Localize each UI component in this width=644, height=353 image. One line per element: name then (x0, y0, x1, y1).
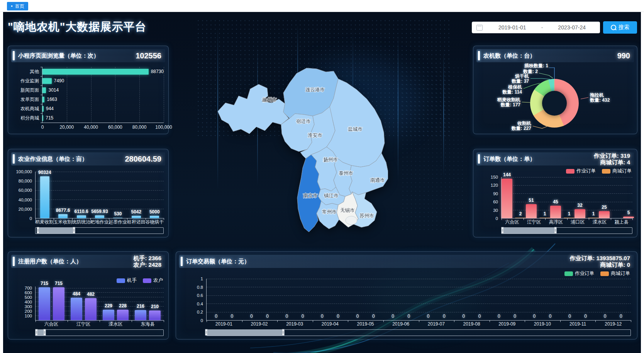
axis-tick-label: 0 (41, 124, 44, 130)
bar-商城订单 (539, 218, 550, 218)
bar-wrap: 25 (599, 177, 610, 218)
axis-tick (632, 218, 633, 220)
orders-stat-mall: 商城订单: 4 (594, 159, 630, 165)
bar-作业订单 (502, 179, 512, 218)
axis-tick-label: 0.4 (197, 302, 203, 306)
data-zoom-handle-right[interactable] (282, 329, 285, 336)
data-zoom-slider[interactable] (35, 227, 164, 234)
value-label: 0 (568, 314, 571, 319)
value-label: 51 (529, 198, 534, 203)
y-axis-labels: 700600500400300200100 (14, 286, 35, 321)
value-label: 0 (231, 314, 234, 319)
data-zoom-handle-left[interactable] (37, 227, 39, 234)
bar-wrap: 482 (85, 286, 97, 320)
month-cell-2019-08: 00 (454, 279, 490, 320)
data-zoom-selected-range[interactable] (207, 330, 283, 336)
bar-wrap: 45 (550, 177, 561, 218)
category-label: 江宁区 (67, 321, 99, 327)
plot-area: 000000000000000000000000 (206, 279, 631, 321)
legend-item-作业订单[interactable]: 作业订单 (566, 168, 596, 174)
bar-column: 8677.6 (54, 172, 72, 218)
bar-group-颍上县: 5 (623, 177, 641, 218)
panel-orders: 订单数（单位：单） 作业订单: 319 商城订单: 4 作业订单商城订单 150… (473, 149, 637, 237)
data-zoom-handle-left[interactable] (35, 329, 38, 336)
data-zoom-handle-right[interactable] (43, 329, 46, 336)
date-start-input[interactable]: 2019-01-01 (484, 24, 541, 31)
axis-tick (146, 218, 146, 220)
axis-tick-label: 60,000 (108, 124, 122, 130)
plot-area: 903248677.66110.65659.9353050425000 (35, 172, 164, 218)
connector-line (522, 102, 530, 102)
bar-wrap: 1 (539, 177, 550, 218)
title-accent-bar (181, 257, 183, 266)
data-zoom-handle-right[interactable] (554, 227, 557, 234)
legend-item-机手[interactable]: 机手 (117, 277, 137, 284)
bar-作业订单 (526, 204, 537, 218)
map-region-徐州市[interactable] (218, 84, 289, 134)
legend-item-商城订单[interactable]: 商城订单 (602, 168, 632, 174)
users-chart: 7006005004003002001007157154844822292282… (14, 286, 164, 336)
data-zoom-selected-range[interactable] (503, 228, 555, 234)
value-label: 0 (427, 314, 430, 319)
legend-item-作业订单[interactable]: 作业订单 (564, 270, 594, 277)
value-label: 144 (503, 172, 511, 177)
bar-row: 7490 (42, 76, 164, 85)
category-label: 其他 (14, 67, 42, 76)
bar-作业订单 (575, 209, 585, 218)
value-label: 229 (105, 303, 112, 309)
axis-tick-label: 60,000 (19, 188, 32, 193)
value-label: 228 (119, 303, 127, 309)
value-label: 0 (478, 314, 481, 319)
value-label: 7490 (54, 78, 64, 84)
y-axis-category-labels: 其他作业监测新闻页面发单页面农机商城积分商城 (14, 67, 42, 131)
legend-item-商城订单[interactable]: 商城订单 (600, 270, 630, 277)
bar-其他 (42, 69, 149, 75)
tab-home[interactable]: ● 首页 (7, 2, 28, 10)
bar-机手 (39, 287, 50, 320)
value-label: 0 (302, 314, 304, 319)
farming-chart: 100,00080,00060,00040,00020,000090324867… (14, 172, 164, 234)
dot-grid-decor (401, 66, 466, 232)
value-label: 0 (443, 314, 446, 319)
search-button[interactable]: 搜索 (603, 21, 637, 34)
users-stat-nonghu: 农户: 2428 (133, 261, 161, 268)
date-end-input[interactable]: 2023-07-24 (544, 24, 600, 31)
value-label: 482 (87, 292, 95, 297)
bar-group-溧水区: 229228 (100, 286, 132, 320)
jiangsu-province-map[interactable]: 徐州市连云港市宿迁市淮安市盐城市扬州市泰州市南通市镇江市南京市常州市无锡市苏州市 (215, 66, 388, 232)
bar-group-溧水区: 25 (599, 177, 623, 218)
bars-container: 903248677.66110.65659.9353050425000 (36, 172, 164, 218)
data-zoom-selected-range[interactable] (37, 330, 44, 336)
data-zoom-handle-left[interactable] (501, 227, 504, 234)
axis-tick (611, 218, 611, 220)
category-label: 六合区 (501, 219, 523, 225)
map-region-盐城市[interactable] (327, 79, 385, 167)
value-label: 8677.6 (56, 208, 70, 213)
date-range-picker[interactable]: 2019-01-01 - 2023-07-24 (472, 22, 600, 33)
bar-wrap: 144 (502, 177, 512, 218)
data-zoom-slider[interactable] (501, 227, 632, 234)
month-label: 2019-11 (560, 321, 596, 327)
axis-tick-label: 20,000 (19, 207, 32, 211)
gridline (164, 67, 164, 123)
legend-swatch (117, 278, 125, 283)
data-zoom-slider[interactable] (206, 329, 631, 336)
machines-donut-chart: 拖拉机数量: 432收割机数量: 227稻麦收割机数量: 177植保机数量: 1… (473, 46, 637, 134)
value-label: 210 (151, 304, 159, 309)
data-zoom-handle-left[interactable] (205, 329, 208, 336)
category-label: 耙地作业 (90, 219, 109, 225)
data-zoom-selected-range[interactable] (38, 228, 74, 234)
bar-column: 5000 (146, 172, 164, 218)
panel-orders-title: 订单数（单位：单） (483, 155, 536, 163)
connector-line (549, 68, 554, 79)
axis-tick (72, 218, 73, 220)
month-label: 2019-04 (312, 321, 348, 327)
tab-home-label: 首页 (15, 3, 24, 10)
bar-row: 1663 (42, 95, 164, 104)
panel-transactions-title: 订单交易额（单位：元） (186, 258, 250, 265)
month-label: 2019-10 (525, 321, 560, 327)
legend-item-农户[interactable]: 农户 (143, 277, 163, 284)
legend-label: 作业订单 (576, 168, 596, 174)
data-zoom-slider[interactable] (35, 329, 164, 336)
data-zoom-handle-right[interactable] (73, 227, 75, 234)
